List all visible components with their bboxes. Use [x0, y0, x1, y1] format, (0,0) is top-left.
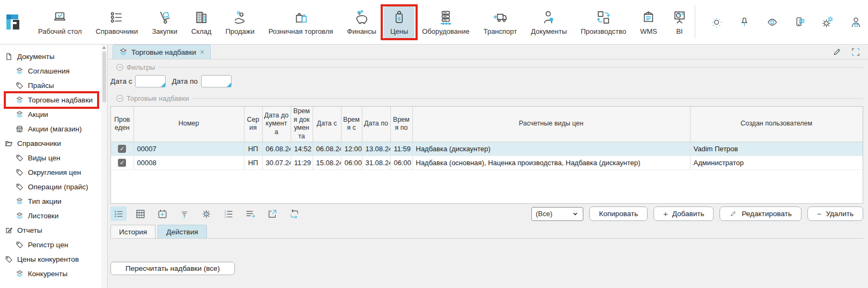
layers-icon [119, 48, 128, 56]
col-data-s[interactable]: Дата с [313, 107, 341, 142]
hand-truck-icon [157, 9, 173, 26]
menu-item-tseny[interactable]: Цены [384, 6, 414, 38]
price-tag-icon [391, 9, 407, 26]
box-icon [640, 9, 657, 26]
layers-icon [16, 270, 24, 278]
table-row[interactable]: ✓ 00008 НП 30.07.24 11:29 15.08.24 06:00… [111, 156, 863, 169]
brightness-icon[interactable] [710, 16, 723, 29]
bottom-tab-bar: История Действия [110, 225, 863, 239]
menu-item-sklad[interactable]: Склад [185, 6, 218, 38]
col-vremya-s[interactable]: Время с [341, 107, 362, 142]
filter-button[interactable] [176, 206, 192, 221]
tab-istoriya[interactable]: История [110, 225, 155, 238]
sidebar-item-okrugleniya-tsen[interactable]: Округления цен [0, 165, 107, 180]
tab-deystviya[interactable]: Действия [158, 225, 206, 238]
numbered-list-icon [222, 208, 234, 220]
phone-message-icon[interactable] [793, 16, 807, 29]
calendar-add-button[interactable] [154, 206, 170, 221]
add-button[interactable]: +Добавить [654, 206, 714, 221]
sidebar-item-tseny-konkurentov[interactable]: Цены конкурентов [0, 252, 107, 267]
sidebar-item-vidy-tsen[interactable]: Виды цен [0, 151, 107, 165]
row-checkbox[interactable]: ✓ [118, 159, 126, 167]
sidebar-item-aktsii[interactable]: Акции [0, 107, 107, 122]
tab-close-icon[interactable]: × [200, 48, 204, 56]
collapse-minus-icon[interactable] [116, 95, 123, 102]
desktop-icon [51, 9, 68, 26]
filters-row: Дата с Дата по [110, 75, 868, 87]
delete-button[interactable]: −Удалить [807, 206, 863, 221]
document-tab-bar: Торговые надбавки × [108, 45, 868, 60]
sidebar-item-praysy[interactable]: Прайсы [0, 78, 107, 93]
eye-icon[interactable] [766, 16, 779, 29]
col-seriya[interactable]: Серия [244, 107, 262, 142]
date-from-input[interactable] [135, 75, 166, 87]
menu-item-dokumenty[interactable]: Документы [524, 6, 573, 38]
tab-torgovye-nadbavki[interactable]: Торговые надбавки × [113, 45, 211, 59]
menu-item-spravochniki[interactable]: Справочники [90, 6, 145, 38]
col-data-po[interactable]: Дата по [362, 107, 390, 142]
col-sozdan-polzovatelem[interactable]: Создан пользователем [690, 107, 863, 142]
numbered-list-button[interactable] [220, 206, 236, 221]
recalculate-markups-button[interactable]: Пересчитать надбавки (все) [110, 262, 235, 275]
col-raschetnye-vidy-tsen[interactable]: Расчетные виды цен [412, 107, 690, 142]
sidebar-item-otchety[interactable]: Отчеты [0, 223, 107, 238]
sidebar-item-operatsii-prays[interactable]: Операции (прайс) [0, 180, 107, 194]
filter-select[interactable]: (Все) [531, 207, 583, 221]
sidebar-item-listovki[interactable]: Листовки [0, 209, 107, 223]
menu-item-prodazhi[interactable]: Продажи [219, 6, 261, 38]
menu-item-rabochiy-stol[interactable]: Рабочий стол [32, 6, 88, 38]
piggy-bank-icon [353, 9, 370, 26]
menu-item-finansy[interactable]: Финансы [340, 6, 383, 38]
sidebar-item-torgovye-nadbavki[interactable]: Торговые надбавки [0, 93, 107, 107]
sidebar-item-dokumenty[interactable]: Документы [0, 49, 107, 64]
user-lock-icon[interactable] [849, 16, 863, 29]
edit-pencil-icon[interactable] [832, 47, 842, 57]
refresh-button[interactable] [286, 206, 302, 221]
app-logo-icon [5, 13, 23, 31]
col-data-dokumenta[interactable]: Дата документа [262, 107, 291, 142]
edit-button[interactable]: Редактировать [719, 206, 801, 221]
col-proveden[interactable]: Проведен [111, 107, 133, 142]
open-window-button[interactable] [264, 206, 280, 221]
table-row[interactable]: ✓ 00007 НП 06.08.24 14:52 06.08.24 12:00… [111, 142, 863, 156]
list-view-button[interactable] [110, 206, 127, 221]
store-icon [16, 125, 24, 133]
table-header-row: Проведен Номер Серия Дата документа Врем… [111, 107, 863, 142]
menu-item-roznichnaya-torgovlya[interactable]: Розничная торговля [262, 6, 340, 38]
collapse-minus-icon[interactable] [116, 64, 123, 71]
add-row-button[interactable] [242, 206, 258, 221]
copy-button[interactable]: Копировать [589, 206, 648, 221]
fullscreen-icon[interactable] [850, 47, 861, 57]
sidebar-item-registr-tsen[interactable]: Регистр цен [0, 238, 107, 252]
sidebar-item-soglasheniya[interactable]: Соглашения [0, 64, 107, 78]
pin-icon[interactable] [738, 16, 751, 29]
sidebar-item-tip-aktsii[interactable]: Тип акции [0, 194, 107, 209]
row-checkbox[interactable]: ✓ [118, 145, 126, 153]
settings-gears-icon[interactable] [821, 16, 835, 29]
col-nomer[interactable]: Номер [133, 107, 244, 142]
col-vremya-po[interactable]: Время по [390, 107, 412, 142]
menu-item-bi[interactable]: BI [665, 6, 694, 38]
col-vremya-dokumenta[interactable]: Время документа [291, 107, 313, 142]
list-circles-icon [108, 9, 125, 26]
sidebar-item-spravochniki[interactable]: Справочники [0, 136, 107, 151]
menu-item-zakupki[interactable]: Закупки [145, 6, 183, 38]
scrollbar-thumb[interactable] [102, 51, 106, 102]
menu-item-proizvodstvo[interactable]: Производство [574, 6, 633, 38]
date-to-input[interactable] [201, 75, 232, 87]
view-toolbar: (Все) Копировать +Добавить Редактировать… [110, 206, 863, 221]
truck-icon [492, 9, 508, 26]
sidebar-scrollbar[interactable] [101, 45, 107, 288]
scrollbar-up-arrow[interactable] [102, 46, 106, 49]
sidebar-item-aktsii-magazin[interactable]: Акции (магазин) [0, 122, 107, 136]
tag-icon [16, 183, 24, 191]
document-icon [5, 53, 13, 61]
settings-button[interactable] [198, 206, 214, 221]
gear-icon [201, 208, 212, 220]
report-icon [5, 226, 13, 234]
menu-item-transport[interactable]: Транспорт [477, 6, 524, 38]
sidebar-item-konkurenty[interactable]: Конкуренты [0, 267, 107, 281]
grid-view-button[interactable] [132, 206, 149, 221]
menu-item-oborudovanie[interactable]: Оборудование [416, 6, 476, 38]
menu-item-wms[interactable]: WMS [634, 6, 664, 38]
